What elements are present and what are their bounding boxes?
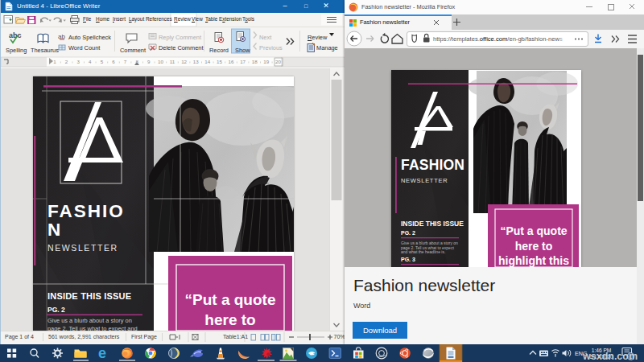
svg-text:17: 17 xyxy=(240,59,246,64)
svg-text:19: 19 xyxy=(263,59,269,64)
svg-text:PG. 2: PG. 2 xyxy=(47,306,65,314)
svg-text:NEWSLETTER: NEWSLETTER xyxy=(47,243,118,253)
svg-text:N: N xyxy=(47,220,61,240)
svg-text:8: 8 xyxy=(135,59,138,64)
svg-text:PG. 3: PG. 3 xyxy=(401,257,415,262)
svg-text:5: 5 xyxy=(101,59,104,64)
svg-text:4: 4 xyxy=(89,59,92,64)
svg-text:FASHION: FASHION xyxy=(401,157,464,173)
svg-text:Give us a blurb about a story: Give us a blurb about a story on xyxy=(47,317,132,324)
svg-text:6: 6 xyxy=(112,59,115,64)
svg-text:e: e xyxy=(98,345,106,361)
svg-text:page 2. Tell us what to expect: page 2. Tell us what to expect and xyxy=(47,325,138,331)
svg-text:and what the headline is.: and what the headline is. xyxy=(401,249,445,254)
svg-text:2: 2 xyxy=(65,59,68,64)
svg-text:INSIDE THIS ISSUE: INSIDE THIS ISSUE xyxy=(47,291,131,301)
svg-text:“Put a quote: “Put a quote xyxy=(500,224,567,237)
svg-text:7: 7 xyxy=(124,59,127,64)
svg-text:INSIDE THIS ISSUE: INSIDE THIS ISSUE xyxy=(401,220,464,228)
svg-text:“Put a quote: “Put a quote xyxy=(185,291,276,308)
svg-text:13: 13 xyxy=(193,59,199,64)
svg-text:here to: here to xyxy=(204,311,255,328)
svg-text:14: 14 xyxy=(204,59,210,64)
svg-text:FASHIO: FASHIO xyxy=(47,201,125,221)
svg-text:PG. 2: PG. 2 xyxy=(401,230,415,236)
svg-text:1: 1 xyxy=(53,59,56,64)
svg-text:9: 9 xyxy=(147,59,151,64)
svg-text:3: 3 xyxy=(76,59,80,64)
svg-text:15: 15 xyxy=(217,59,222,64)
svg-text:here to: here to xyxy=(515,240,553,253)
svg-text:NEWSLETTER: NEWSLETTER xyxy=(401,177,448,184)
svg-text:highlight this: highlight this xyxy=(498,254,569,267)
svg-text:18: 18 xyxy=(252,59,258,64)
svg-text:12: 12 xyxy=(181,59,187,64)
svg-text:11: 11 xyxy=(170,59,175,64)
svg-text:20: 20 xyxy=(275,59,281,64)
svg-text:10: 10 xyxy=(158,59,163,64)
svg-text:16: 16 xyxy=(229,59,234,64)
